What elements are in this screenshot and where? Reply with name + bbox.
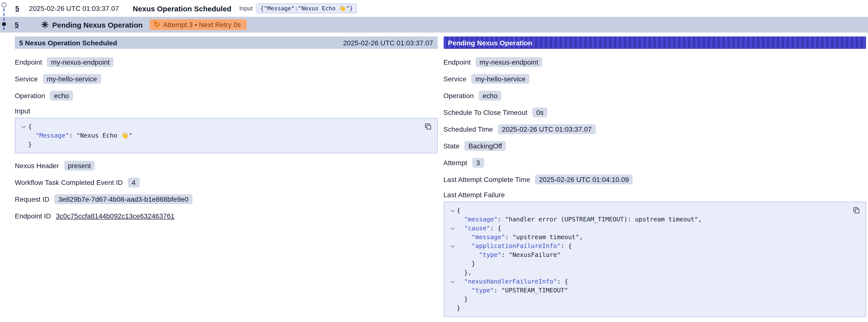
field-state: State BackingOff — [443, 140, 866, 151]
field-value-chip: 3 — [472, 158, 484, 168]
field-value-chip: my-hello-service — [43, 74, 101, 84]
code-gutter — [19, 131, 28, 140]
code-line: "cause": { — [448, 224, 848, 233]
field-endpoint-id: Endpoint ID 3c0c75ccfa8144b092c13ce63246… — [15, 211, 437, 221]
timeline-rail — [0, 0, 10, 35]
pending-panel-body: Endpoint my-nexus-endpoint Service my-he… — [443, 49, 866, 322]
field-label: Nexus Header — [15, 162, 59, 170]
input-section-label: Input — [15, 107, 437, 115]
json-content: { "Message": "Nexus Echo 👋"} — [19, 122, 419, 149]
event-id-link[interactable]: 5 — [15, 21, 19, 29]
event-detail-panels: 5 Nexus Operation Scheduled 2025-02-26 U… — [15, 36, 866, 322]
field-label: Last Attempt Complete Time — [443, 175, 530, 184]
field-label: Operation — [15, 92, 45, 100]
input-preview-chip: {"Message":"Nexus Echo 👋"} — [256, 3, 357, 13]
field-value-chip: echo — [479, 91, 502, 101]
history-row-nexus-operation-scheduled[interactable]: 5 2025-02-26 UTC 01:03:37.07 Nexus Opera… — [0, 0, 868, 17]
code-line: "message": "handler error (UPSTREAM_TIME… — [448, 215, 848, 224]
code-gutter — [448, 286, 457, 295]
field-label: Operation — [443, 92, 474, 100]
code-gutter — [448, 206, 457, 215]
field-attempt: Attempt 3 — [443, 157, 866, 168]
input-json-block: { "Message": "Nexus Echo 👋"} — [15, 118, 437, 153]
field-label: Scheduled Time — [443, 125, 493, 133]
field-nexus-header: Nexus Header present — [15, 160, 437, 171]
pending-asterisk-icon — [41, 21, 49, 29]
code-gutter — [448, 304, 457, 313]
retry-badge-label: Attempt 3 • Next Retry 0s — [163, 21, 241, 29]
field-label: Attempt — [443, 159, 467, 167]
code-gutter — [448, 233, 457, 242]
collapse-chevron-icon[interactable] — [450, 279, 455, 283]
json-content: { "message": "handler error (UPSTREAM_TI… — [448, 206, 848, 313]
code-line: { — [448, 206, 848, 215]
code-line: { — [19, 122, 419, 131]
code-gutter — [448, 215, 457, 224]
code-gutter — [19, 122, 28, 131]
field-label: Endpoint — [443, 58, 471, 66]
field-label: Service — [443, 75, 466, 83]
field-last-attempt-complete-time: Last Attempt Complete Time 2025-02-26 UT… — [443, 174, 866, 185]
field-value-chip: 4 — [128, 178, 140, 187]
field-schedule-to-close-timeout: Schedule To Close Timeout 0s — [443, 107, 866, 118]
event-title: Pending Nexus Operation — [52, 21, 143, 29]
code-gutter — [448, 268, 457, 277]
event-history-screen: 5 2025-02-26 UTC 01:03:37.07 Nexus Opera… — [0, 0, 868, 322]
field-value-chip: echo — [50, 91, 73, 101]
event-timestamp: 2025-02-26 UTC 01:03:37.07 — [29, 4, 119, 12]
code-gutter — [448, 224, 457, 233]
event-title: Nexus Operation Scheduled — [133, 4, 231, 12]
field-operation: Operation echo — [15, 90, 437, 101]
field-label: Schedule To Close Timeout — [443, 108, 527, 117]
copy-icon[interactable] — [852, 205, 861, 217]
panel-timestamp: 2025-02-26 UTC 01:03:37.07 — [343, 39, 433, 46]
code-gutter — [19, 140, 28, 149]
field-label: Service — [15, 75, 38, 83]
collapse-chevron-icon[interactable] — [450, 244, 455, 248]
field-label: Workflow Task Completed Event ID — [15, 179, 123, 186]
code-gutter — [448, 295, 457, 304]
code-line: "type": "NexusFailure" — [448, 251, 848, 259]
history-row-pending-nexus-operation[interactable]: 5 Pending Nexus Operation ↻ Attempt 3 • … — [0, 17, 868, 33]
event-id-link[interactable]: 5 — [15, 4, 19, 12]
panel-title: Pending Nexus Operation — [448, 39, 532, 46]
code-line: "applicationFailureInfo": { — [448, 242, 848, 251]
timeline-node-icon — [1, 2, 6, 7]
field-value-chip: 2025-02-26 UTC 01:04:10.09 — [535, 174, 633, 185]
field-label: Endpoint ID — [15, 212, 51, 220]
code-line: }, — [448, 268, 848, 277]
code-gutter — [448, 259, 457, 268]
copy-icon[interactable] — [423, 122, 433, 133]
scheduled-panel-body: Endpoint my-nexus-endpoint Service my-he… — [15, 49, 437, 221]
field-scheduled-time: Scheduled Time 2025-02-26 UTC 01:03:37.0… — [443, 124, 866, 135]
code-gutter — [448, 251, 457, 259]
scheduled-panel-header: 5 Nexus Operation Scheduled 2025-02-26 U… — [15, 36, 437, 49]
code-line: } — [448, 259, 848, 268]
failure-json-block: { "message": "handler error (UPSTREAM_TI… — [443, 202, 866, 317]
code-gutter — [448, 277, 457, 286]
timeline-dot-icon — [2, 22, 6, 26]
endpoint-id-link[interactable]: 3c0c75ccfa8144b092c13ce632463761 — [56, 212, 175, 220]
scheduled-event-panel: 5 Nexus Operation Scheduled 2025-02-26 U… — [15, 36, 437, 322]
collapse-chevron-icon[interactable] — [22, 124, 26, 128]
pending-panel-header: Pending Nexus Operation — [443, 36, 866, 49]
code-line: "Message": "Nexus Echo 👋" — [19, 131, 419, 140]
code-line: "type": "UPSTREAM_TIMEOUT" — [448, 286, 848, 295]
input-label: Input — [239, 5, 252, 12]
field-value-chip: 2025-02-26 UTC 01:03:37.07 — [498, 124, 596, 134]
field-label: State — [443, 142, 459, 150]
retry-icon: ↻ — [153, 21, 160, 28]
retry-badge: ↻ Attempt 3 • Next Retry 0s — [150, 19, 247, 30]
field-operation: Operation echo — [443, 90, 866, 101]
field-value-chip: my-hello-service — [471, 74, 529, 84]
code-line: "message": "upstream timeout", — [448, 233, 848, 242]
collapse-chevron-icon[interactable] — [450, 208, 455, 212]
field-label: Request ID — [15, 195, 49, 203]
field-workflow-task-completed-event-id: Workflow Task Completed Event ID 4 — [15, 177, 437, 188]
field-value-chip: my-nexus-endpoint — [47, 57, 114, 67]
field-value-chip: my-nexus-endpoint — [476, 57, 542, 67]
field-request-id: Request ID 3e829b7e-7d67-4b08-aad3-b1e86… — [15, 194, 437, 205]
panel-title: 5 Nexus Operation Scheduled — [19, 39, 117, 46]
collapse-chevron-icon[interactable] — [450, 226, 455, 230]
field-value-chip: BackingOff — [464, 141, 506, 151]
